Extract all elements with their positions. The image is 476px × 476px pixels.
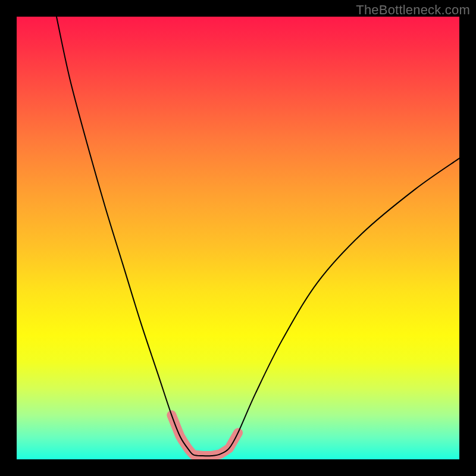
plot-area [17, 17, 459, 459]
main-curve [57, 17, 459, 456]
curve-svg [17, 17, 459, 459]
chart-container: TheBottleneck.com [0, 0, 476, 476]
watermark-text: TheBottleneck.com [356, 2, 470, 18]
